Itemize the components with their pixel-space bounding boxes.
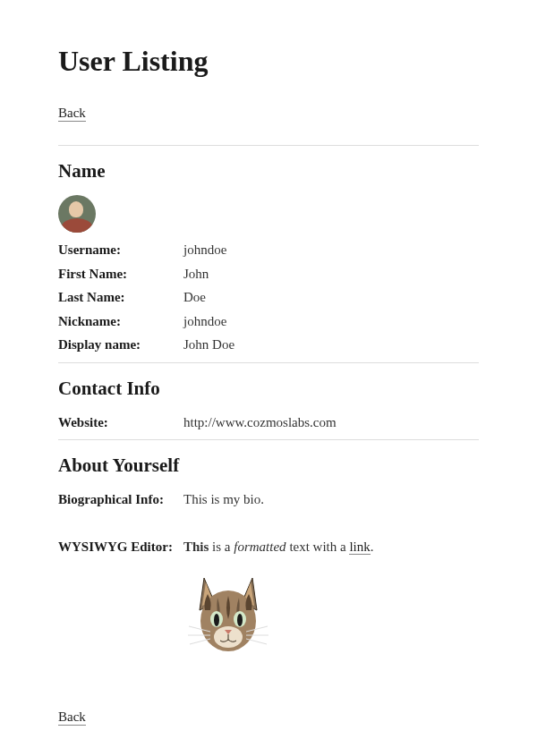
page-title: User Listing	[58, 45, 479, 78]
wysiwyg-text: is a	[209, 539, 234, 554]
field-row-wysiwyg: WYSIWYG Editor: This is a formatted text…	[58, 537, 479, 658]
field-label: Biographical Info:	[58, 489, 183, 510]
divider	[58, 362, 479, 363]
avatar	[58, 195, 96, 233]
wysiwyg-text: text with a	[286, 539, 350, 554]
field-label: Last Name:	[58, 287, 183, 308]
field-value: http://www.cozmoslabs.com	[183, 412, 337, 433]
field-label: Username:	[58, 240, 183, 260]
section-heading-about: About Yourself	[58, 454, 479, 477]
field-row-website: Website: http://www.cozmoslabs.com	[58, 412, 479, 433]
field-value: Doe	[183, 287, 206, 308]
divider	[58, 145, 479, 146]
field-label: First Name:	[58, 264, 183, 285]
field-value: John Doe	[183, 335, 234, 355]
field-value: johndoe	[183, 240, 226, 260]
wysiwyg-italic: formatted	[234, 539, 286, 554]
field-value: John	[183, 264, 209, 285]
field-row-lastname: Last Name: Doe	[58, 287, 479, 308]
wysiwyg-bold: This	[183, 539, 209, 554]
field-value: This is my bio.	[183, 489, 264, 510]
section-name: Name Username: johndoe First Name: John …	[58, 160, 479, 355]
section-heading-name: Name	[58, 160, 479, 183]
wysiwyg-text: .	[371, 539, 374, 554]
field-label: Website:	[58, 412, 183, 433]
field-row-bio: Biographical Info: This is my bio.	[58, 489, 479, 510]
field-row-username: Username: johndoe	[58, 240, 479, 260]
svg-line-14	[190, 639, 210, 644]
field-row-nickname: Nickname: johndoe	[58, 311, 479, 332]
svg-line-17	[246, 639, 267, 644]
field-value: johndoe	[183, 311, 226, 332]
section-heading-contact: Contact Info	[58, 378, 479, 400]
cat-image	[183, 567, 273, 657]
svg-point-6	[214, 614, 219, 626]
back-link-bottom[interactable]: Back	[58, 709, 86, 726]
divider	[58, 439, 479, 440]
section-contact: Contact Info Website: http://www.cozmosl…	[58, 378, 479, 433]
svg-point-8	[237, 614, 243, 626]
field-value-wysiwyg: This is a formatted text with a link.	[183, 537, 374, 658]
section-about: About Yourself Biographical Info: This i…	[58, 454, 479, 657]
field-row-displayname: Display name: John Doe	[58, 335, 479, 355]
field-label: WYSIWYG Editor:	[58, 537, 183, 658]
field-label: Display name:	[58, 335, 183, 355]
field-row-firstname: First Name: John	[58, 264, 479, 285]
field-label: Nickname:	[58, 311, 183, 332]
back-link-top[interactable]: Back	[58, 106, 86, 122]
wysiwyg-link[interactable]: link	[349, 539, 370, 555]
